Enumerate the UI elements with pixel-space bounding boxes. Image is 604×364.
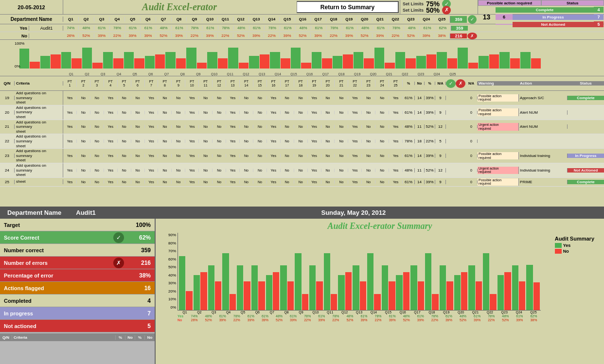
bc-no-val-12: 39% [357, 318, 371, 322]
bar-no-0 [30, 62, 39, 69]
bar-no-22 [489, 54, 499, 69]
bc-bar-yes-12 [353, 265, 359, 310]
bottom-bar-group-Q2 [194, 237, 207, 310]
errors-row: Number of errors ✗ 216 [0, 257, 155, 269]
bc-bar-yes-7 [280, 265, 286, 310]
bar-yes-24 [520, 52, 530, 69]
bc-bar-no-10 [331, 294, 337, 310]
bar-yes-5 [124, 52, 134, 69]
chart-label-Q13: Q13 [254, 72, 270, 76]
bc-no-val-6: 52% [272, 318, 286, 322]
bc-yes-val-18: 61% [442, 314, 456, 318]
pt-header-cell-Q23: PT23 [362, 80, 375, 87]
no-total: 216 [450, 34, 467, 38]
bc-no-val-24: 38% [527, 318, 541, 322]
no-cell-19: 52% [357, 34, 373, 38]
complete-count: 4 [594, 7, 604, 13]
bc-bar-no-24 [533, 282, 540, 310]
bar-no-8 [197, 63, 207, 69]
bc-bar-no-11 [345, 272, 352, 310]
chart-bar-group-7 [165, 42, 186, 69]
bc-yes-val-6: 48% [272, 314, 286, 318]
return-button[interactable]: Return to Summary [297, 1, 399, 13]
inprog-row: In progress 7 [0, 307, 155, 320]
yes-cell-4: 61% [125, 26, 141, 30]
bc-bar-yes-9 [309, 265, 316, 310]
chart-bar-group-18 [395, 42, 416, 69]
bc-no-val-5: 39% [258, 318, 272, 322]
yes-cell-14: 61% [280, 26, 296, 30]
no-cell-22: 52% [404, 34, 419, 38]
yes-total: 359 [451, 26, 468, 31]
bottom-bar-group-Q3 [208, 237, 222, 310]
chart-label-Q17: Q17 [318, 72, 334, 76]
x-icon-pt: ✗ [456, 79, 465, 88]
bar-yes-21 [458, 48, 467, 69]
bc-yes-val-21: 78% [484, 314, 498, 318]
bc-bar-yes-6 [266, 275, 272, 310]
bc-bar-no-23 [519, 281, 525, 310]
bc-yes-val-0: 74% [187, 314, 201, 318]
bottom-bar-group-Q19 [440, 237, 453, 310]
bc-x-label-Q9: Q9 [294, 311, 308, 314]
chart-label-Q15: Q15 [286, 72, 302, 76]
bc-x-label-Q13: Q13 [352, 311, 367, 314]
bar-no-21 [468, 63, 478, 69]
bar-no-16 [364, 58, 373, 69]
yes-cell-20: 61% [373, 26, 389, 30]
yes-cell-10: 78% [218, 26, 234, 30]
set-limits-label-1[interactable]: Set Limits [403, 1, 424, 6]
yes-cell-16: 61% [311, 26, 327, 30]
bar-yes-7 [165, 52, 175, 69]
bar-no-1 [51, 54, 60, 69]
chart-bar-group-4 [103, 42, 124, 69]
bc-x-label-Q3: Q3 [207, 311, 221, 314]
bc-bar-no-8 [302, 294, 308, 310]
quarter-cell-Q9: Q9 [187, 17, 202, 21]
set-limits-label-2[interactable]: Set Limits [403, 8, 424, 13]
check-icon-pt: ✓ [446, 79, 456, 88]
bc-bar-yes-1 [194, 275, 200, 310]
bc-bar-no-22 [504, 272, 511, 310]
bottom-bar-group-Q8 [280, 237, 294, 310]
bar-yes-13 [291, 48, 301, 69]
bc-x-label-Q7: Q7 [265, 311, 279, 314]
pt-header-cell-Q15: PT15 [253, 80, 267, 87]
bc-x-label-Q16: Q16 [395, 311, 410, 314]
quarter-cell-Q8: Q8 [172, 17, 187, 21]
chart-bar-group-24 [520, 42, 541, 69]
chart-bar-group-17 [374, 42, 395, 69]
pt-header-cell-Q17: PT17 [281, 80, 294, 87]
table-row: 22 Add questions on summarysheet YesNoNo… [0, 134, 604, 149]
bc-bar-yes-3 [222, 253, 229, 310]
pt-header-cell-Q13: PT13 [226, 80, 240, 87]
bc-no-val-16: 39% [413, 318, 427, 322]
yes-cell-21: 78% [389, 26, 404, 30]
bc-bar-no-18 [446, 281, 453, 310]
bar-yes-4 [103, 52, 113, 69]
bottom-bar-group-Q14 [367, 237, 381, 310]
quarter-cell-Q22: Q22 [388, 17, 404, 21]
bc-yes-val-3: 78% [230, 314, 244, 318]
bottom-bar-group-Q20 [454, 237, 468, 310]
bar-no-14 [322, 58, 332, 69]
bottom-dept: Department Name [7, 209, 61, 216]
pt-header-cell-Q18: PT18 [294, 80, 308, 87]
chart-label-Q6: Q6 [142, 72, 159, 76]
bc-yes-val-7: 61% [286, 314, 301, 318]
bc-bar-no-9 [316, 281, 322, 310]
legend: Audit Summary Yes No [555, 236, 594, 254]
bc-x-label-Q24: Q24 [512, 311, 526, 314]
notactioned-label: Not Actioned [513, 22, 594, 27]
chart-bar-group-19 [416, 42, 437, 69]
quarter-cell-Q16: Q16 [295, 17, 311, 21]
yes-count-badge: 359 [450, 16, 467, 23]
yes-cell-2: 61% [94, 26, 110, 30]
top-bar: 20-05-2012 Audit Excel-erator Return to … [0, 0, 604, 15]
bar-yes-16 [354, 52, 363, 69]
pt-header-cell-Q25: PT25 [389, 80, 403, 87]
app-title: Audit Excel-erator [63, 0, 296, 14]
chart-bar-group-5 [124, 42, 144, 69]
bottom-bar-group-Q7 [266, 237, 280, 310]
bar-yes-22 [479, 56, 488, 69]
